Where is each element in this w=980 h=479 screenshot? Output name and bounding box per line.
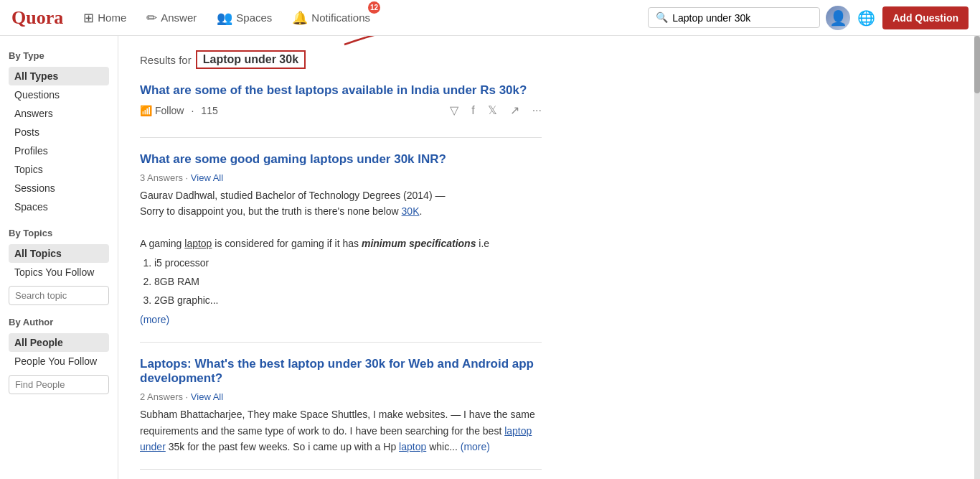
list-item: 8GB RAM — [154, 274, 542, 289]
by-type-heading: By Type — [9, 50, 109, 61]
result-title-2[interactable]: What are some good gaming laptops under … — [140, 152, 542, 167]
result-card: Laptops: What's the best laptop under 30… — [140, 357, 542, 470]
by-author-heading: By Author — [9, 317, 109, 327]
view-all-link-3[interactable]: View All — [191, 391, 223, 402]
sidebar-item-sessions[interactable]: Sessions — [9, 179, 109, 197]
sidebar-item-spaces[interactable]: Spaces — [9, 197, 109, 216]
follow-button-1[interactable]: 📶 Follow — [140, 105, 184, 116]
results-query: Laptop under 30k — [196, 50, 306, 69]
add-question-button[interactable]: Add Question — [882, 6, 969, 29]
body-link-laptop[interactable]: laptop — [399, 441, 426, 452]
share-icon[interactable]: ↗ — [510, 103, 519, 117]
nav-answer[interactable]: ✏ Answer — [138, 6, 205, 30]
nav-notifications[interactable]: 🔔 Notifications 12 — [283, 6, 379, 30]
sidebar-item-topics-you-follow[interactable]: Topics You Follow — [9, 263, 109, 282]
result-title-1[interactable]: What are some of the best laptops availa… — [140, 83, 542, 98]
sidebar-item-people-you-follow[interactable]: People You Follow — [9, 352, 109, 371]
action-icons-1: ▽ f 𝕏 ↗ ··· — [450, 103, 542, 117]
more-link-2[interactable]: (more) — [140, 314, 169, 325]
view-all-link-2[interactable]: View All — [191, 172, 223, 183]
scrollbar-thumb[interactable] — [974, 36, 980, 93]
twitter-icon[interactable]: 𝕏 — [488, 103, 497, 117]
nav-home[interactable]: ⊞ Home — [75, 6, 135, 30]
sidebar-item-posts[interactable]: Posts — [9, 123, 109, 141]
sidebar-item-all-types[interactable]: All Types — [9, 67, 109, 85]
sidebar-item-questions[interactable]: Questions — [9, 85, 109, 104]
body-link-30k[interactable]: 30K — [402, 205, 420, 217]
search-bar: 🔍 — [648, 7, 820, 28]
more-link-3[interactable]: (more) — [461, 441, 490, 452]
result-body-3: Subham Bhattacharjee, They make Space Sh… — [140, 406, 542, 455]
people-search-input[interactable] — [9, 375, 109, 394]
sidebar-item-topics[interactable]: Topics — [9, 160, 109, 179]
topic-search-input[interactable] — [9, 286, 109, 305]
home-icon: ⊞ — [83, 10, 94, 26]
list-item: i5 processor — [154, 255, 542, 271]
bell-icon: 🔔 — [292, 10, 308, 26]
sidebar: By Type All Types Questions Answers Post… — [0, 36, 118, 479]
results-header: Results for Laptop under 30k — [140, 50, 542, 69]
avatar[interactable]: 👤 — [826, 6, 850, 30]
sidebar-item-answers[interactable]: Answers — [9, 104, 109, 123]
result-title-3[interactable]: Laptops: What's the best laptop under 30… — [140, 357, 542, 386]
sidebar-item-all-people[interactable]: All People — [9, 333, 109, 352]
more-icon[interactable]: ··· — [532, 104, 542, 117]
nav-spaces[interactable]: 👥 Spaces — [208, 6, 281, 30]
globe-icon[interactable]: 🌐 — [857, 9, 875, 27]
sidebar-item-profiles[interactable]: Profiles — [9, 141, 109, 160]
result-meta-2: 3 Answers · View All — [140, 172, 542, 183]
quora-logo[interactable]: Quora — [11, 7, 63, 29]
sidebar-item-all-topics[interactable]: All Topics — [9, 244, 109, 263]
follow-icon: 📶 — [140, 105, 152, 116]
result-card: What are some good gaming laptops under … — [140, 152, 542, 343]
result-body-2: Gaurav Dadhwal, studied Bachelor of Tech… — [140, 187, 542, 327]
search-icon: 🔍 — [656, 11, 668, 24]
facebook-icon[interactable]: f — [471, 104, 474, 117]
downvote-icon[interactable]: ▽ — [450, 103, 458, 117]
result-card: What are some of the best laptops availa… — [140, 83, 542, 138]
notification-badge: 12 — [368, 1, 380, 14]
search-input[interactable] — [672, 12, 812, 24]
result-meta-3: 2 Answers · View All — [140, 391, 542, 402]
main-content: Results for Laptop under 30k What are so… — [118, 36, 563, 479]
list-item: 2GB graphic... — [154, 292, 542, 308]
scrollbar[interactable] — [974, 36, 980, 479]
answer-icon: ✏ — [146, 10, 157, 26]
spaces-icon: 👥 — [217, 10, 232, 26]
by-topics-heading: By Topics — [9, 228, 109, 238]
